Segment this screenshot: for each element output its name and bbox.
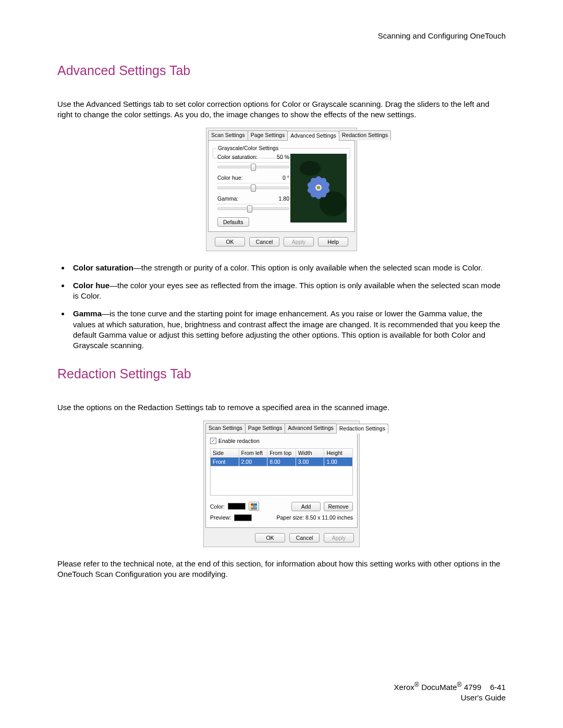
cancel-button[interactable]: Cancel <box>249 237 279 246</box>
ok-button[interactable]: OK <box>215 237 245 246</box>
bullet-text: —is the tone curve and the starting poin… <box>73 309 500 350</box>
col-from-top[interactable]: From top <box>267 448 296 457</box>
slider-track[interactable] <box>217 162 289 168</box>
palette-icon <box>251 503 257 510</box>
color-label: Color: <box>210 503 225 510</box>
list-item: Color hue—the color your eyes see as ref… <box>70 280 506 302</box>
apply-button[interactable]: Apply <box>324 533 354 542</box>
redaction-table: Side From left From top Width Height Fro… <box>210 448 353 466</box>
svg-rect-12 <box>255 503 257 505</box>
paper-size-label: Paper size: 8.50 x 11.00 inches <box>276 514 353 521</box>
bullet-term: Color saturation <box>73 263 133 272</box>
tab-page-settings[interactable]: Page Settings <box>248 130 288 140</box>
figure-advanced-dialog: Scan Settings Page Settings Advanced Set… <box>57 128 506 251</box>
enable-redaction-checkbox[interactable]: ✓ <box>210 438 216 444</box>
preview-image <box>290 154 347 223</box>
color-swatch <box>228 503 246 510</box>
preview-row: Preview: Paper size: 8.50 x 11.00 inches <box>210 514 353 521</box>
svg-rect-14 <box>253 505 255 508</box>
slider-hue: Color hue: 0 ° <box>217 175 289 189</box>
bullet-text: —the strength or purity of a color. This… <box>133 263 483 272</box>
remove-button[interactable]: Remove <box>324 502 353 511</box>
dialog-buttons: OK Cancel Apply <box>204 531 359 547</box>
svg-rect-11 <box>253 503 255 505</box>
bullet-term: Gamma <box>73 309 102 318</box>
tab-advanced-settings[interactable]: Advanced Settings <box>285 423 337 433</box>
tabs-row: Scan Settings Page Settings Advanced Set… <box>204 421 359 433</box>
enable-redaction-label: Enable redaction <box>218 438 260 444</box>
intro-redaction: Use the options on the Redaction Setting… <box>57 402 506 413</box>
list-item: Gamma—is the tone curve and the starting… <box>70 309 506 351</box>
group-title: Grayscale/Color Settings <box>216 145 280 151</box>
preview-label: Preview: <box>210 514 231 521</box>
footer-model: DocuMate <box>419 683 457 692</box>
table-row[interactable]: Front 2.00 8.00 3.00 1.00 <box>211 457 353 466</box>
tab-advanced-settings[interactable]: Advanced Settings <box>287 131 339 141</box>
bullet-term: Color hue <box>73 281 109 290</box>
table-empty-area <box>210 466 353 496</box>
cell-width: 3.00 <box>296 457 324 466</box>
slider-track[interactable] <box>217 204 289 210</box>
cell-side: Front <box>211 457 239 466</box>
help-button[interactable]: Help <box>318 237 348 246</box>
cell-from-left: 2.00 <box>239 457 267 466</box>
col-height[interactable]: Height <box>324 448 353 457</box>
sliders-column: Color saturation: 50 % Color hue: 0 ° <box>217 154 289 227</box>
cell-from-top: 8.00 <box>267 457 296 466</box>
cancel-button[interactable]: Cancel <box>289 533 320 542</box>
cell-height: 1.00 <box>324 457 353 466</box>
slider-track[interactable] <box>217 183 289 189</box>
tab-page-settings[interactable]: Page Settings <box>245 423 285 433</box>
grayscale-color-group: Grayscale/Color Settings Color saturatio… <box>213 148 350 158</box>
page-header-right: Scanning and Configuring OneTouch <box>57 31 506 40</box>
figure-redaction-dialog: Scan Settings Page Settings Advanced Set… <box>57 421 506 547</box>
page-footer: Xerox® DocuMate® 4799 6-41 User's Guide <box>394 681 506 704</box>
slider-thumb[interactable] <box>251 184 256 192</box>
tab-scan-settings[interactable]: Scan Settings <box>205 423 246 433</box>
col-from-left[interactable]: From left <box>239 448 267 457</box>
svg-rect-15 <box>255 505 257 508</box>
slider-label: Color hue: <box>217 175 242 181</box>
slider-gamma: Gamma: 1.80 <box>217 195 289 210</box>
svg-rect-10 <box>251 503 253 505</box>
slider-label: Gamma: <box>217 195 238 202</box>
color-row: Color: Add Remove <box>210 502 353 511</box>
advanced-bullets: Color saturation—the strength or purity … <box>70 263 506 351</box>
tabs-row: Scan Settings Page Settings Advanced Set… <box>206 128 357 140</box>
intro-advanced: Use the Advanced Settings tab to set col… <box>57 99 506 120</box>
add-button[interactable]: Add <box>291 502 321 511</box>
svg-point-1 <box>300 161 321 176</box>
col-width[interactable]: Width <box>296 448 324 457</box>
svg-rect-13 <box>251 505 253 508</box>
ok-button[interactable]: OK <box>255 533 285 542</box>
slider-saturation: Color saturation: 50 % <box>217 154 289 168</box>
color-picker-button[interactable] <box>249 502 259 511</box>
dialog-buttons: OK Cancel Apply Help <box>206 235 357 251</box>
slider-value: 50 % <box>277 154 289 160</box>
footer-line2: User's Guide <box>394 693 506 703</box>
svg-rect-16 <box>251 508 257 510</box>
preview-swatch <box>234 514 252 521</box>
tab-redaction-settings[interactable]: Redaction Settings <box>339 130 391 140</box>
col-side[interactable]: Side <box>211 448 239 457</box>
svg-point-9 <box>317 186 320 189</box>
heading-advanced-settings: Advanced Settings Tab <box>57 63 506 78</box>
apply-button[interactable]: Apply <box>284 237 314 246</box>
slider-thumb[interactable] <box>247 205 252 213</box>
footer-num: 4799 <box>462 683 482 692</box>
tab-body: ✓ Enable redaction Side From left From t… <box>205 433 358 528</box>
heading-redaction-settings: Redaction Settings Tab <box>57 366 506 381</box>
list-item: Color saturation—the strength or purity … <box>70 263 506 273</box>
slider-value: 0 ° <box>283 175 289 181</box>
tab-body: Grayscale/Color Settings Color saturatio… <box>208 140 355 232</box>
tab-redaction-settings[interactable]: Redaction Settings <box>336 424 388 434</box>
slider-value: 1.80 <box>279 195 289 202</box>
slider-label: Color saturation: <box>217 154 258 160</box>
tab-scan-settings[interactable]: Scan Settings <box>208 130 248 140</box>
defaults-button[interactable]: Defaults <box>217 217 249 227</box>
advanced-settings-dialog: Scan Settings Page Settings Advanced Set… <box>206 128 357 251</box>
enable-redaction-row: ✓ Enable redaction <box>210 438 353 444</box>
slider-thumb[interactable] <box>251 164 256 171</box>
closing-paragraph: Please refer to the technical note, at t… <box>57 559 506 580</box>
bullet-text: —the color your eyes see as reflected fr… <box>73 281 500 300</box>
